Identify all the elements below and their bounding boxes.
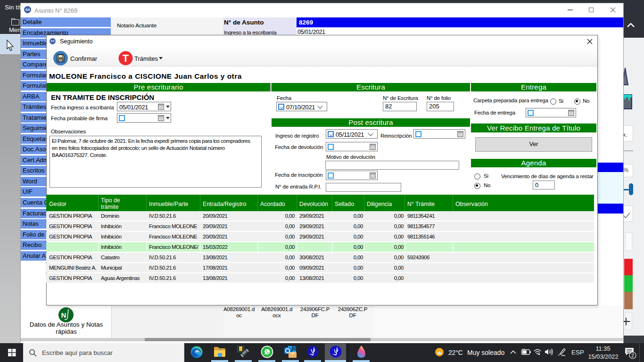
svg-text:N: N: [61, 311, 66, 319]
svg-text:T: T: [123, 52, 129, 64]
svg-text:2: 2: [631, 353, 634, 358]
